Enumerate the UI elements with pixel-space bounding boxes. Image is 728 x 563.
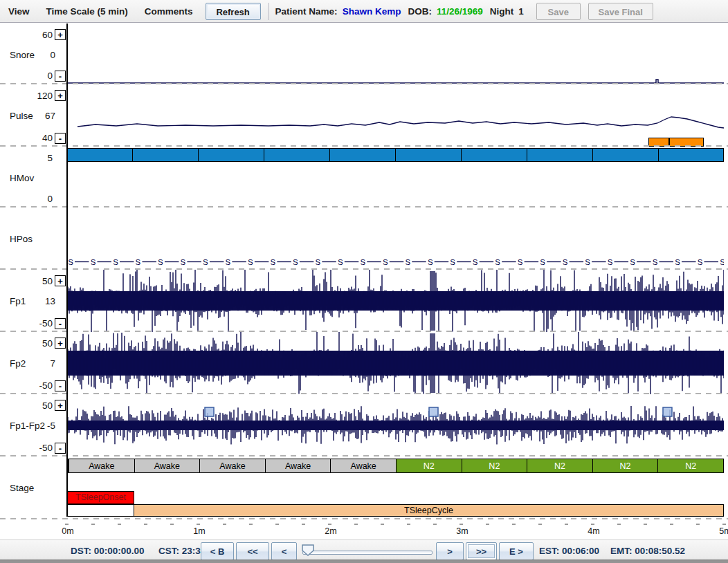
svg-text:S: S — [428, 258, 433, 266]
sleep-cycle-marker[interactable]: TSleepCycle — [134, 504, 724, 517]
stage-epoch[interactable]: N2 — [397, 459, 462, 473]
stage-epoch[interactable]: Awake — [135, 459, 201, 473]
stage-epoch[interactable]: N2 — [527, 459, 593, 473]
axis-tick — [144, 524, 147, 525]
axis-tick — [170, 524, 174, 525]
axis-label: 0m — [54, 526, 82, 536]
menu-item[interactable]: View — [0, 6, 38, 17]
fp2-scale-down-button[interactable]: - — [55, 380, 66, 391]
hmov-segment-divider — [658, 149, 659, 161]
snore-scale-down-button[interactable]: - — [55, 71, 66, 82]
svg-text:S: S — [540, 258, 545, 266]
snore-scale-up-button[interactable]: + — [55, 29, 66, 40]
nav-forward-button-3[interactable]: E > — [499, 542, 534, 560]
fp1-scale-down-button[interactable]: - — [55, 318, 66, 329]
nav-forward-button-2[interactable]: >> — [466, 542, 497, 560]
menu-item[interactable]: Time Scale (5 min) — [38, 6, 136, 17]
save-final-button[interactable]: Save Final — [588, 3, 653, 20]
channel-row-fp1: 50 + Fp1 13 -50 - — [0, 270, 728, 332]
axis-tick — [302, 524, 305, 525]
position-slider-track[interactable] — [302, 551, 433, 555]
patient-name-value: Shawn Kemp — [343, 6, 401, 17]
fp1-current-value: 13 — [24, 296, 55, 306]
time-axis: 0m1m2m3m4m5m — [0, 520, 728, 539]
axis-tick — [538, 524, 542, 525]
refresh-button[interactable]: Refresh — [206, 3, 261, 20]
stage-epoch[interactable]: N2 — [658, 459, 724, 473]
fp1fp2-scale-down-button[interactable]: - — [55, 443, 66, 454]
nav-forward-button-1[interactable]: > — [436, 542, 464, 560]
stage-epoch[interactable]: N2 — [462, 459, 528, 473]
axis-tick — [512, 524, 516, 525]
stage-channel-label: Stage — [10, 483, 34, 493]
svg-text:S: S — [720, 258, 724, 266]
svg-text:S: S — [653, 258, 658, 266]
svg-text:S: S — [338, 258, 343, 266]
axis-tick — [565, 524, 568, 525]
hmov-channel-label: HMov — [10, 173, 34, 183]
fp1-min-value: -50 — [18, 318, 53, 329]
hpos-trace: SSSSSSSSSSSSSSSSSSSSSSSSSSSSSS — [68, 207, 724, 270]
svg-text:S: S — [203, 258, 208, 266]
svg-text:S: S — [113, 258, 118, 266]
stage-epoch[interactable]: Awake — [331, 459, 397, 473]
fp1fp2-scale-up-button[interactable]: + — [55, 400, 66, 411]
channel-row-snore: 60 + Snore 0 0 - — [0, 24, 728, 84]
channel-row-hmov: 5 HMov 0 — [0, 147, 728, 207]
stage-epoch[interactable]: Awake — [200, 459, 266, 473]
axis-tick — [354, 524, 358, 525]
pulse-scale-down-button[interactable]: - — [55, 133, 66, 144]
stage-epoch-bar: AwakeAwakeAwakeAwakeAwakeN2N2N2N2N2 — [66, 459, 724, 473]
svg-text:S: S — [91, 258, 96, 266]
sleep-onset-marker[interactable]: TSleepOnset — [67, 491, 134, 504]
nav-back-button-2[interactable]: << — [236, 542, 269, 560]
axis-tick — [486, 524, 489, 525]
hmov-max-value: 5 — [18, 153, 53, 163]
save-button[interactable]: Save — [536, 3, 581, 20]
toolbar-menus: ViewTime Scale (5 min)Comments — [0, 6, 201, 17]
axis-label: 1m — [185, 526, 213, 536]
pulse-max-value: 120 — [18, 91, 53, 101]
axis-tick — [275, 524, 279, 525]
position-slider-thumb[interactable] — [302, 544, 315, 557]
fp1fp2-trace — [68, 394, 724, 456]
axis-tick — [223, 524, 226, 525]
axis-tick — [617, 524, 621, 525]
channel-row-stage: Stage AwakeAwakeAwakeAwakeAwakeN2N2N2N2N… — [0, 456, 728, 518]
fp2-scale-up-button[interactable]: + — [55, 338, 66, 349]
svg-text:S: S — [68, 258, 73, 266]
nav-back-button-1[interactable]: < B — [201, 542, 234, 560]
axis-tick — [433, 524, 437, 525]
fp2-trace — [68, 332, 724, 394]
svg-text:S: S — [271, 258, 276, 266]
pulse-trace — [68, 84, 724, 147]
dob-label: DOB: — [408, 6, 432, 17]
fp2-current-value: 7 — [24, 358, 55, 369]
svg-text:S: S — [181, 258, 186, 266]
svg-text:S: S — [226, 258, 231, 266]
svg-text:S: S — [450, 258, 455, 266]
night-label: Night — [490, 6, 514, 17]
axis-tick — [722, 524, 726, 525]
svg-text:S: S — [405, 258, 410, 266]
axis-tick — [328, 524, 331, 525]
pulse-scale-up-button[interactable]: + — [55, 90, 66, 101]
nav-back-button-3[interactable]: < — [271, 542, 297, 560]
patient-name-label: Patient Name: — [275, 6, 338, 17]
snore-min-value: 0 — [18, 71, 53, 81]
fp1-scale-up-button[interactable]: + — [55, 275, 66, 286]
channel-row-fp1fp2: 50 + Fp1-Fp2 -5 -50 - — [0, 394, 728, 456]
axis-tick — [65, 524, 69, 525]
hmov-segment-divider — [329, 149, 330, 161]
menu-item[interactable]: Comments — [136, 6, 201, 17]
stage-epoch[interactable]: Awake — [266, 459, 331, 473]
stage-epoch[interactable]: Awake — [69, 459, 135, 473]
svg-text:S: S — [360, 258, 365, 266]
stage-epoch[interactable]: N2 — [593, 459, 659, 473]
fp1fp2-min-value: -50 — [18, 443, 53, 453]
hpos-channel-label: HPos — [10, 234, 33, 244]
svg-text:S: S — [248, 258, 253, 266]
axis-tick — [644, 524, 647, 525]
hmov-segment-divider — [395, 149, 396, 161]
axis-tick — [696, 524, 700, 525]
